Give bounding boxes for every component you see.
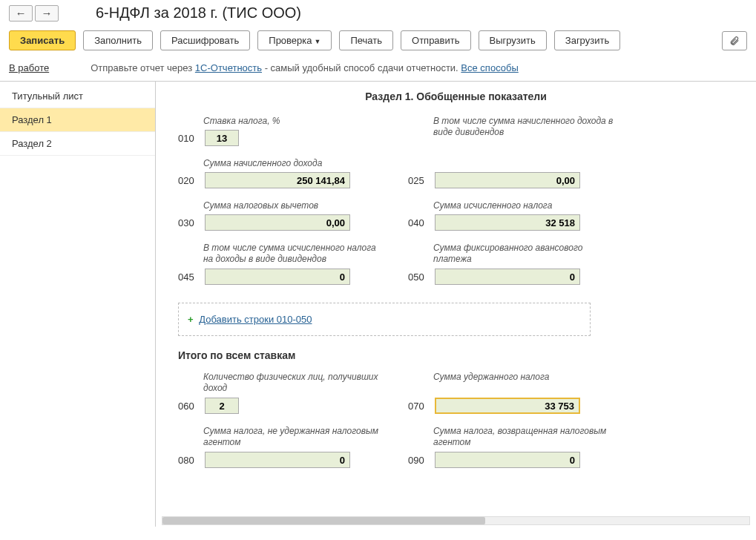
field-040[interactable] [435, 214, 580, 231]
totals-title: Итого по всем ставкам [178, 349, 741, 361]
label-fixed-advance: Сумма фиксированного авансового платежа [433, 243, 616, 266]
decode-button[interactable]: Расшифровать [160, 30, 250, 50]
field-025[interactable] [435, 172, 580, 188]
field-045[interactable] [205, 269, 350, 285]
code-030: 030 [178, 217, 199, 228]
scrollbar-thumb[interactable] [162, 517, 485, 524]
code-020: 020 [178, 175, 199, 186]
label-persons: Количество физических лиц, получивших до… [203, 372, 386, 395]
label-dividends: В том числе сумма начисленного дохода в … [433, 116, 616, 151]
horizontal-scrollbar[interactable] [162, 516, 750, 525]
label-calculated-tax: Сумма исчисленного налога [433, 200, 616, 212]
add-rows-box: + Добавить строки 010-050 [178, 303, 591, 336]
page-title: 6-НДФЛ за 2018 г. (ТИС ООО) [96, 4, 301, 22]
content-area: Раздел 1. Обобщенные показатели Ставка н… [156, 82, 756, 527]
label-returned: Сумма налога, возвращенная налоговым аге… [433, 426, 616, 450]
code-050: 050 [408, 271, 429, 283]
info-text: Отправьте отчет через 1С-Отчетность - са… [91, 62, 519, 73]
label-calc-tax-div: В том числе сумма исчисленного налога на… [203, 243, 386, 266]
field-080[interactable] [205, 452, 350, 468]
forward-button[interactable]: → [35, 5, 59, 22]
field-020[interactable] [205, 172, 350, 188]
code-090: 090 [408, 455, 429, 466]
label-deductions: Сумма налоговых вычетов [203, 200, 386, 212]
back-button[interactable]: ← [9, 5, 33, 22]
attach-button[interactable] [722, 31, 747, 50]
field-050[interactable] [435, 269, 580, 285]
reporting-link[interactable]: 1С-Отчетность [195, 62, 262, 73]
field-010[interactable] [205, 130, 239, 146]
import-button[interactable]: Загрузить [554, 30, 620, 50]
code-060: 060 [178, 401, 199, 412]
code-080: 080 [178, 455, 199, 466]
add-rows-link[interactable]: Добавить строки 010-050 [199, 314, 312, 325]
chevron-down-icon: ▼ [315, 38, 321, 45]
print-button[interactable]: Печать [339, 30, 393, 50]
sidebar-item-title-page[interactable]: Титульный лист [0, 85, 155, 108]
check-button[interactable]: Проверка▼ [257, 30, 332, 50]
sidebar-item-section1[interactable]: Раздел 1 [0, 108, 155, 132]
label-income: Сумма начисленного дохода [203, 158, 386, 170]
field-090[interactable] [435, 452, 580, 468]
field-060[interactable] [205, 398, 239, 414]
sidebar-item-section2[interactable]: Раздел 2 [0, 132, 155, 156]
code-070: 070 [408, 401, 429, 412]
export-button[interactable]: Выгрузить [479, 30, 547, 50]
code-025: 025 [408, 175, 429, 186]
code-010: 010 [178, 133, 199, 144]
field-070[interactable] [435, 398, 580, 414]
all-methods-link[interactable]: Все способы [461, 62, 518, 73]
plus-icon: + [188, 314, 194, 325]
paperclip-icon [729, 36, 740, 46]
field-030[interactable] [205, 214, 350, 231]
section-title: Раздел 1. Обобщенные показатели [171, 90, 741, 102]
code-045: 045 [178, 271, 199, 283]
fill-button[interactable]: Заполнить [83, 30, 153, 50]
label-withheld: Сумма удержанного налога [433, 372, 616, 395]
code-040: 040 [408, 217, 429, 228]
label-not-withheld: Сумма налога, не удержанная налоговым аг… [203, 426, 386, 450]
save-button[interactable]: Записать [9, 30, 76, 50]
label-rate: Ставка налога, % [203, 116, 386, 128]
status-link[interactable]: В работе [9, 62, 49, 73]
sidebar: Титульный лист Раздел 1 Раздел 2 [0, 82, 156, 527]
send-button[interactable]: Отправить [401, 30, 470, 50]
